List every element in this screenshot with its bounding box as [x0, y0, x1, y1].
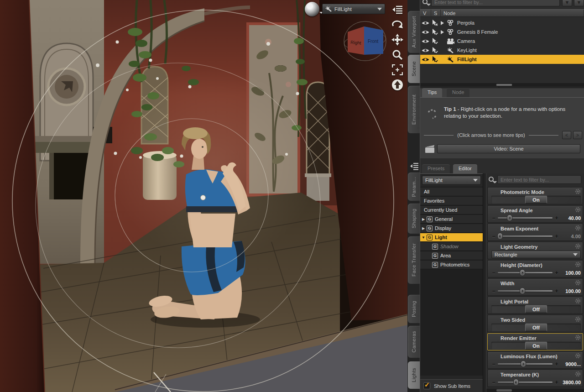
scene-node-camera[interactable]: Camera [420, 37, 584, 46]
gear-icon[interactable] [575, 371, 581, 378]
column-selectability[interactable]: S [431, 10, 441, 16]
pane-options-icon[interactable] [409, 161, 420, 172]
slider-thumb[interactable] [521, 361, 526, 367]
gear-icon[interactable] [575, 188, 581, 195]
increment-button[interactable]: + [554, 288, 559, 294]
decrement-button[interactable]: − [491, 233, 496, 240]
tab-posing[interactable]: Posing [408, 295, 420, 323]
scene-node-genesis-8-female[interactable]: Genesis 8 Female [420, 27, 584, 37]
gear-icon[interactable] [575, 335, 581, 341]
cursor-check-icon[interactable] [430, 56, 439, 63]
spread-angle-slider[interactable] [498, 217, 553, 219]
scene-filter-button-1[interactable]: ▼ [562, 0, 572, 6]
expand-caret-icon[interactable] [439, 21, 445, 25]
scene-filter-button-2[interactable]: ▼ [574, 0, 584, 6]
slider-thumb[interactable] [520, 269, 525, 276]
search-icon[interactable] [486, 176, 497, 183]
search-icon[interactable] [420, 0, 431, 6]
group-all[interactable]: All [420, 188, 483, 196]
column-node[interactable]: Node [441, 10, 584, 16]
video-scene-button[interactable]: Video: Scene [437, 144, 580, 153]
show-sub-items-checkbox[interactable]: ✓ [423, 382, 430, 389]
increment-button[interactable]: + [554, 233, 559, 240]
decrement-button[interactable]: − [491, 270, 496, 276]
cursor-x-icon[interactable] [430, 20, 439, 26]
shaded-sphere-icon[interactable] [305, 2, 319, 16]
eye-icon[interactable] [420, 39, 430, 44]
viewport-render[interactable]: Right Front [0, 0, 407, 392]
params-filter-input[interactable] [497, 175, 581, 184]
beam-exponent-slider[interactable] [498, 235, 553, 237]
decrement-button[interactable]: − [491, 361, 496, 367]
slider-thumb[interactable] [507, 214, 512, 221]
expand-caret-icon[interactable] [439, 30, 445, 34]
tab-lights[interactable]: Lights [408, 361, 420, 389]
eye-icon[interactable] [420, 57, 430, 62]
viewport[interactable]: Right Front FillLight [0, 0, 407, 392]
height-slider[interactable] [498, 272, 553, 273]
cursor-check-icon[interactable] [430, 47, 439, 53]
two-sided-toggle[interactable]: Off [525, 324, 547, 331]
temperature-value[interactable]: 3800.00 [559, 380, 581, 385]
tab-parameters[interactable]: Param... [408, 172, 420, 201]
previous-tip-button[interactable]: < [562, 131, 571, 139]
gear-icon[interactable] [575, 298, 581, 305]
eye-icon[interactable] [420, 48, 430, 53]
pan-icon[interactable] [391, 34, 404, 46]
gear-icon[interactable] [575, 243, 581, 250]
tab-tips[interactable]: Tips [422, 88, 442, 97]
column-visibility[interactable]: V [420, 10, 431, 16]
tab-cameras[interactable]: Cameras [408, 326, 420, 358]
tab-presets[interactable]: Presets [422, 164, 450, 173]
scene-filter-input[interactable] [431, 0, 560, 6]
tab-shaping[interactable]: Shaping [408, 204, 420, 234]
light-portal-toggle[interactable]: Off [525, 305, 547, 313]
decrement-button[interactable]: − [491, 379, 496, 386]
luminous-flux-value[interactable]: 9000... [559, 361, 581, 367]
orbit-icon[interactable] [391, 19, 404, 31]
group-general[interactable]: ▶GGeneral [420, 215, 483, 224]
gear-icon[interactable] [575, 207, 581, 214]
increment-button[interactable]: + [554, 379, 559, 386]
gear-icon[interactable] [575, 353, 581, 360]
width-value[interactable]: 100.00 [559, 288, 581, 294]
beam-exponent-value[interactable]: 4.00 [559, 234, 581, 239]
group-favorites[interactable]: Favorites [420, 197, 483, 205]
params-horizontal-scrollbar[interactable] [486, 389, 584, 392]
slider-thumb[interactable] [497, 233, 503, 240]
increment-button[interactable]: + [554, 215, 559, 221]
slider-thumb[interactable] [520, 287, 525, 294]
next-tip-button[interactable]: > [573, 131, 582, 139]
group-shadow[interactable]: GShadow [420, 242, 483, 251]
temperature-slider[interactable] [498, 382, 553, 383]
gear-icon[interactable] [575, 261, 581, 268]
tab-node[interactable]: Node [447, 88, 469, 97]
group-area[interactable]: GArea [420, 251, 483, 260]
increment-button[interactable]: + [554, 270, 559, 276]
column-divider[interactable] [483, 173, 486, 392]
render-emitter-toggle[interactable]: On [525, 342, 547, 350]
gear-icon[interactable] [575, 280, 581, 287]
width-slider[interactable] [498, 290, 553, 292]
tab-editor[interactable]: Editor [453, 164, 477, 173]
frame-icon[interactable] [391, 64, 404, 76]
group-light[interactable]: ▼GLight [420, 233, 483, 242]
scene-node-pergola[interactable]: Pergola [420, 18, 584, 27]
group-photometrics[interactable]: GPhotometrics [420, 261, 483, 269]
group-display[interactable]: ▶GDisplay [420, 224, 483, 233]
spread-angle-value[interactable]: 40.00 [559, 215, 581, 221]
luminous-flux-slider[interactable] [498, 363, 553, 365]
increment-button[interactable]: + [554, 361, 559, 367]
tab-face-transfer[interactable]: Face Transfer [408, 236, 420, 284]
decrement-button[interactable]: − [491, 288, 496, 294]
tab-scene[interactable]: Scene [408, 55, 420, 83]
slider-thumb[interactable] [513, 379, 519, 386]
scene-node-keylight[interactable]: KeyLight [420, 46, 584, 55]
node-selector-dropdown[interactable]: FillLight [422, 176, 481, 185]
zoom-icon[interactable] [391, 49, 404, 61]
cursor-check-icon[interactable] [430, 38, 439, 44]
aim-up-icon[interactable] [391, 79, 404, 91]
decrement-button[interactable]: − [491, 215, 496, 221]
photometric-mode-toggle[interactable]: On [525, 196, 547, 204]
group-currently-used[interactable]: Currently Used [420, 206, 483, 214]
